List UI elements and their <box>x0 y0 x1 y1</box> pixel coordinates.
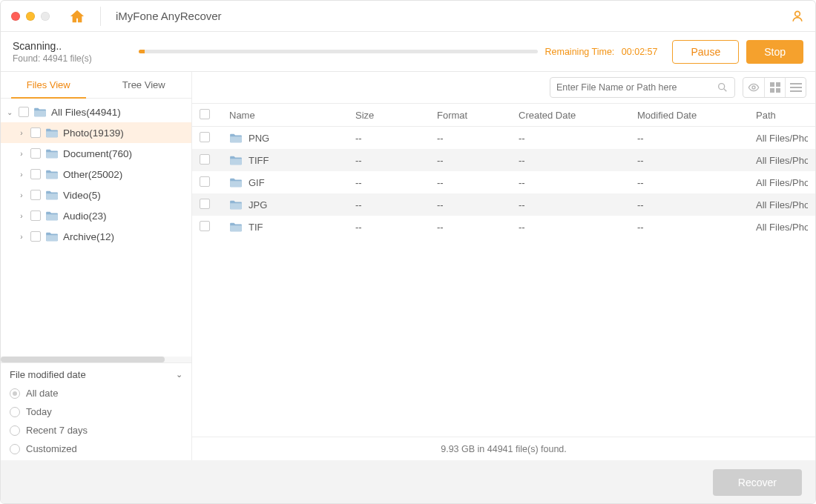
checkbox[interactable] <box>30 148 41 159</box>
checkbox[interactable] <box>200 132 210 142</box>
folder-icon <box>45 127 59 138</box>
row-modified: -- <box>637 199 756 210</box>
tab-files-view[interactable]: Files View <box>1 72 96 98</box>
radio-label: All date <box>26 388 58 399</box>
folder-icon <box>33 107 47 117</box>
row-name: PNG <box>249 133 269 144</box>
row-modified: -- <box>637 222 756 233</box>
main: Files View Tree View ⌄ All Files(44941) … <box>1 72 815 460</box>
tree-item-archive[interactable]: › Archive(12) <box>1 226 191 247</box>
row-size: -- <box>355 155 437 166</box>
row-path: All Files/Photo/T. <box>756 155 808 166</box>
table-row[interactable]: GIF -- -- -- -- All Files/Photo/G <box>192 171 815 193</box>
tree-root[interactable]: ⌄ All Files(44941) <box>1 102 191 122</box>
tree-item-document[interactable]: › Document(760) <box>1 143 191 164</box>
row-modified: -- <box>637 177 756 188</box>
scan-found: Found: 44941 file(s) <box>13 53 131 64</box>
list-view-button[interactable] <box>785 78 806 97</box>
table-row[interactable]: TIFF -- -- -- -- All Files/Photo/T. <box>192 149 815 171</box>
search-input[interactable] <box>556 82 717 93</box>
folder-icon <box>229 155 243 165</box>
table-row[interactable]: PNG -- -- -- -- All Files/Photo/P. <box>192 127 815 149</box>
scan-status: Scanning.. <box>13 40 131 52</box>
chevron-right-icon[interactable]: › <box>17 170 26 179</box>
row-size: -- <box>355 222 437 233</box>
close-window-button[interactable] <box>11 12 20 21</box>
folder-icon <box>229 133 243 143</box>
col-path[interactable]: Path <box>756 110 808 121</box>
checkbox[interactable] <box>30 210 41 221</box>
col-created[interactable]: Created Date <box>519 110 637 121</box>
folder-icon <box>45 231 59 242</box>
file-table: Name Size Format Created Date Modified D… <box>192 103 815 460</box>
checkbox[interactable] <box>30 190 41 200</box>
pause-button[interactable]: Pause <box>672 40 739 64</box>
checkbox[interactable] <box>200 221 210 231</box>
radio-dot <box>10 388 20 399</box>
window-controls <box>11 12 50 21</box>
checkbox[interactable] <box>200 176 210 187</box>
user-icon[interactable] <box>790 9 805 24</box>
row-path: All Files/Photo/G <box>756 177 808 188</box>
folder-icon <box>45 210 59 221</box>
svg-rect-5 <box>770 88 774 93</box>
row-format: -- <box>437 177 519 188</box>
checkbox[interactable] <box>200 154 210 165</box>
checkbox[interactable] <box>30 169 41 179</box>
tree-item-video[interactable]: › Video(5) <box>1 185 191 205</box>
maximize-window-button[interactable] <box>41 12 50 21</box>
chevron-down-icon[interactable]: ⌄ <box>5 108 14 116</box>
progress-bar <box>139 50 538 53</box>
recover-button[interactable]: Recover <box>713 469 802 496</box>
row-name: JPG <box>249 199 267 210</box>
tree-item-audio[interactable]: › Audio(23) <box>1 205 191 226</box>
radio-customized[interactable]: Customized <box>10 443 182 454</box>
chevron-right-icon[interactable]: › <box>17 150 26 158</box>
table-row[interactable]: JPG -- -- -- -- All Files/Photo/J. <box>192 193 815 216</box>
stop-button[interactable]: Stop <box>746 40 803 64</box>
col-modified[interactable]: Modified Date <box>637 110 756 121</box>
status-strip: 9.93 GB in 44941 file(s) found. <box>192 437 815 460</box>
chevron-right-icon[interactable]: › <box>17 129 26 137</box>
view-toggle <box>743 77 806 98</box>
radio-today[interactable]: Today <box>10 406 182 417</box>
home-icon[interactable] <box>69 9 85 24</box>
grid-view-button[interactable] <box>764 78 785 97</box>
preview-toggle[interactable] <box>743 78 764 97</box>
radio-all-date[interactable]: All date <box>10 388 182 399</box>
minimize-window-button[interactable] <box>26 12 35 21</box>
radio-dot <box>10 407 20 417</box>
row-name: GIF <box>249 177 265 188</box>
col-name[interactable]: Name <box>229 110 355 121</box>
checkbox[interactable] <box>19 107 29 117</box>
search-box[interactable] <box>550 77 735 98</box>
tree-item-photo[interactable]: › Photo(19139) <box>1 122 191 143</box>
radio-label: Customized <box>26 443 77 454</box>
col-format[interactable]: Format <box>437 110 519 121</box>
chevron-down-icon: ⌄ <box>176 370 182 379</box>
sidebar-scrollbar[interactable] <box>1 357 191 362</box>
table-header: Name Size Format Created Date Modified D… <box>192 103 815 127</box>
tab-tree-view[interactable]: Tree View <box>96 72 192 98</box>
checkbox[interactable] <box>30 231 41 242</box>
chevron-right-icon[interactable]: › <box>17 233 26 241</box>
folder-icon <box>45 190 59 200</box>
col-size[interactable]: Size <box>355 110 437 121</box>
row-created: -- <box>519 199 637 210</box>
search-icon[interactable] <box>717 82 728 93</box>
radio-recent-7[interactable]: Recent 7 days <box>10 425 182 436</box>
radio-label: Today <box>26 406 52 417</box>
checkbox[interactable] <box>200 199 210 209</box>
checkbox-all[interactable] <box>200 109 210 119</box>
filter-header[interactable]: File modified date ⌄ <box>1 363 191 386</box>
folder-icon <box>229 222 243 232</box>
filter-title: File modified date <box>10 369 86 380</box>
radio-label: Recent 7 days <box>26 425 88 436</box>
svg-rect-4 <box>776 82 780 87</box>
tree-item-other[interactable]: › Other(25002) <box>1 164 191 185</box>
chevron-right-icon[interactable]: › <box>17 212 26 220</box>
checkbox[interactable] <box>30 127 41 138</box>
chevron-right-icon[interactable]: › <box>17 191 26 199</box>
table-row[interactable]: TIF -- -- -- -- All Files/Photo/TI <box>192 216 815 238</box>
file-tree: ⌄ All Files(44941) › Photo(19139) › <box>1 99 191 357</box>
